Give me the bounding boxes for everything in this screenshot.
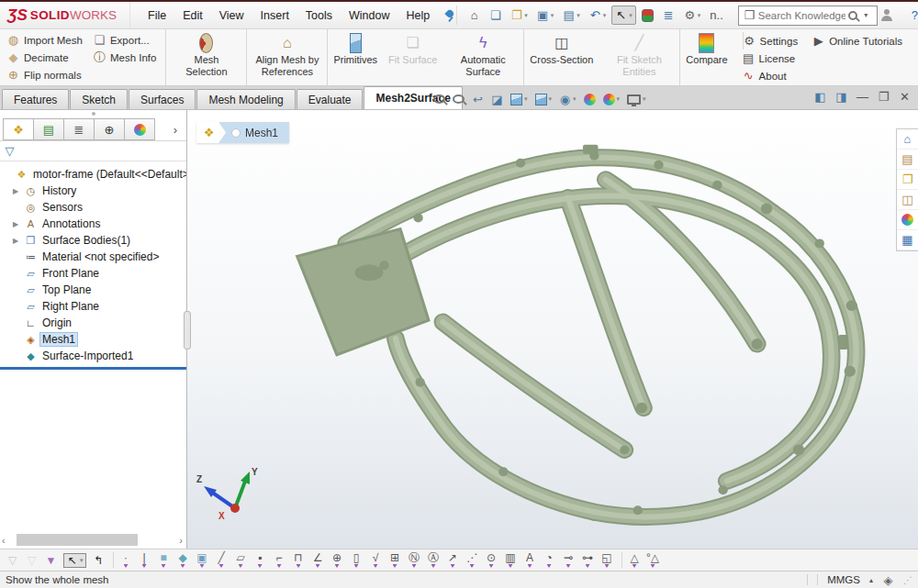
filter-polylines-icon[interactable]: ⊓ xyxy=(292,552,306,568)
fit-surface-button[interactable]: ❏Fit Surface xyxy=(383,29,442,85)
online-tutorials-button[interactable]: ▶Online Tutorials xyxy=(812,32,902,50)
zoom-to-fit-icon[interactable] xyxy=(433,94,445,104)
options-list-icon[interactable]: ≣ xyxy=(659,6,678,25)
home-icon[interactable]: ⌂ xyxy=(465,6,484,25)
previous-view-icon[interactable]: ↩ xyxy=(472,93,484,106)
scroll-left-icon[interactable]: ‹ xyxy=(2,535,6,546)
display-style-icon[interactable] xyxy=(535,94,553,105)
fit-sketch-entities-button[interactable]: ╱Fit Sketch Entities xyxy=(599,29,679,85)
tree-item-root[interactable]: ❖motor-frame (Default<<Default>_D xyxy=(0,166,186,183)
filter-notes-a-icon[interactable]: Ⓐ xyxy=(427,552,441,568)
lasso-select-icon[interactable]: ↰ xyxy=(92,555,106,566)
graphics-viewport[interactable]: ❖ Mesh1 Z Y X ⌂▤❐◫▦ xyxy=(187,110,918,549)
view-settings-icon[interactable] xyxy=(627,94,646,105)
filter-notes-n-icon[interactable]: Ⓝ xyxy=(408,552,421,568)
about-button[interactable]: ∿About xyxy=(743,67,799,84)
filter-leaders-icon[interactable]: ↗ xyxy=(446,552,460,568)
filter-routing-points-icon[interactable]: ⊶ xyxy=(581,552,595,568)
mesh-selection-button[interactable]: Mesh Selection xyxy=(165,29,246,85)
cross-section-button[interactable]: ◫Cross-Section xyxy=(523,29,599,85)
filter-viewport-icon[interactable]: ◱ xyxy=(600,552,614,568)
appearances-icon[interactable] xyxy=(897,210,918,230)
filter-drill-table-icon[interactable]: ▥ xyxy=(504,552,518,568)
filter-sketch-points-icon[interactable]: ▪ xyxy=(253,552,267,568)
menu-tools[interactable]: Tools xyxy=(297,6,341,26)
mesh-info-button[interactable]: ⓘMesh Info xyxy=(94,49,157,66)
units-selector[interactable]: MMGS xyxy=(827,574,860,585)
doc-restore-button[interactable]: ❐ xyxy=(878,90,890,104)
filter-graphics-icon[interactable]: ▽ xyxy=(6,555,19,566)
primitives-button[interactable]: Primitives xyxy=(327,29,383,85)
units-dropdown-icon[interactable]: ▴ xyxy=(869,576,873,584)
menu-file[interactable]: File xyxy=(140,6,174,26)
menu-help[interactable]: Help xyxy=(398,6,439,26)
filter-pie-icon[interactable]: ◔ xyxy=(543,552,556,568)
panel-splitter-handle[interactable] xyxy=(0,110,186,117)
compare-button[interactable]: Compare xyxy=(679,29,733,85)
flip-normals-button[interactable]: ⊕Flip normals xyxy=(7,66,83,83)
menu-view[interactable]: View xyxy=(211,6,252,26)
configurationmanager-tab[interactable]: ≣ xyxy=(63,118,95,140)
propertymanager-tab[interactable]: ▤ xyxy=(33,118,64,140)
undo-icon[interactable]: ↶ xyxy=(586,6,610,25)
scroll-right-icon[interactable]: › xyxy=(179,535,183,546)
design-library-icon[interactable]: ▤ xyxy=(897,150,918,170)
license-button[interactable]: ▤License xyxy=(743,50,799,67)
panel-tabs-overflow[interactable]: › xyxy=(166,118,185,140)
save-icon[interactable]: ▣ xyxy=(533,6,558,25)
tab-evaluate[interactable]: Evaluate xyxy=(297,89,364,109)
align-mesh-button[interactable]: ⌂Align Mesh by References xyxy=(246,29,327,85)
filter-icon[interactable]: ▽ xyxy=(4,144,16,158)
tab-features[interactable]: Features xyxy=(2,89,69,109)
print-icon[interactable]: ▤ xyxy=(559,6,584,25)
filter-mesh-facets-icon[interactable]: ▼ xyxy=(44,555,58,566)
tree-item-material[interactable]: ≔Material <not specified> xyxy=(0,249,186,265)
filter-vertices-icon[interactable]: ∙ xyxy=(113,552,132,568)
filter-faces-icon[interactable]: ■ xyxy=(157,552,171,568)
tree-item-mesh1[interactable]: ◈Mesh1 xyxy=(0,331,186,348)
file-explorer-icon[interactable]: ❐ xyxy=(897,170,918,190)
decimate-button[interactable]: ◆Decimate xyxy=(7,49,83,66)
tree-item-sensors[interactable]: ◎Sensors xyxy=(0,199,186,216)
traffic-light-icon[interactable] xyxy=(638,6,657,25)
select-tool-icon[interactable]: ↖ xyxy=(63,553,86,568)
displaymanager-tab[interactable] xyxy=(124,118,155,140)
filter-coordinate-systems-icon[interactable]: ⊕ xyxy=(330,552,344,568)
home-tab-icon[interactable]: ⌂ xyxy=(897,129,918,150)
search-icon[interactable] xyxy=(848,11,857,20)
tree-item-surface-bodies[interactable]: ▶❒Surface Bodies(1) xyxy=(0,232,186,249)
select-arrow-icon[interactable]: ↖ xyxy=(611,6,636,25)
search-dropdown-icon[interactable]: ▾ xyxy=(860,8,872,22)
tree-item-top-plane[interactable]: ▱Top Plane xyxy=(0,282,186,298)
tree-item-annotations[interactable]: ▶AAnnotations xyxy=(0,216,186,232)
filter-datum-label-icon[interactable]: A xyxy=(523,552,537,568)
filter-magnify-icon[interactable]: ⊙ xyxy=(485,552,498,568)
resize-grip[interactable]: ⋰ xyxy=(903,575,912,585)
user-account-icon[interactable] xyxy=(878,6,897,24)
open-icon[interactable]: ❐ xyxy=(507,6,532,25)
filter-axes-icon[interactable]: ╱ xyxy=(215,552,229,568)
filter-angle-icon[interactable]: ∠ xyxy=(311,552,325,568)
zoom-to-area-icon[interactable] xyxy=(453,94,465,104)
filter-connection-points-icon[interactable]: ⊸ xyxy=(562,552,576,568)
filter-dimensions-icon[interactable]: ⊞ xyxy=(388,552,402,568)
filter-hatch-icon[interactable]: ⋰ xyxy=(465,552,479,568)
apply-scene-icon[interactable] xyxy=(603,94,621,105)
tree-item-front-plane[interactable]: ▱Front Plane xyxy=(0,265,186,282)
tab-sketch[interactable]: Sketch xyxy=(70,89,128,109)
tree-item-history[interactable]: ▶◷History xyxy=(0,183,186,199)
filter-cone-angle-icon[interactable]: °△ xyxy=(646,552,660,568)
settings-button[interactable]: ⚙Settings xyxy=(743,32,799,50)
filter-solid-bodies-icon[interactable]: ▣ xyxy=(196,552,209,568)
menu-edit[interactable]: Edit xyxy=(174,6,211,26)
dimxpertmanager-tab[interactable]: ⊕ xyxy=(94,118,125,140)
section-view-icon[interactable]: ◪ xyxy=(491,93,503,106)
doc-minimize-button[interactable]: — xyxy=(856,90,868,104)
help-icon[interactable]: ? xyxy=(905,6,918,25)
view-palette-icon[interactable]: ◫ xyxy=(897,190,918,210)
menu-window[interactable]: Window xyxy=(341,6,397,26)
custom-properties-icon[interactable]: ▦ xyxy=(897,230,918,250)
motorcycle-frame-mesh[interactable] xyxy=(187,110,918,549)
settings-gear-icon[interactable]: ⚙ xyxy=(680,6,705,25)
units-shortcut[interactable]: n.. xyxy=(706,6,726,25)
